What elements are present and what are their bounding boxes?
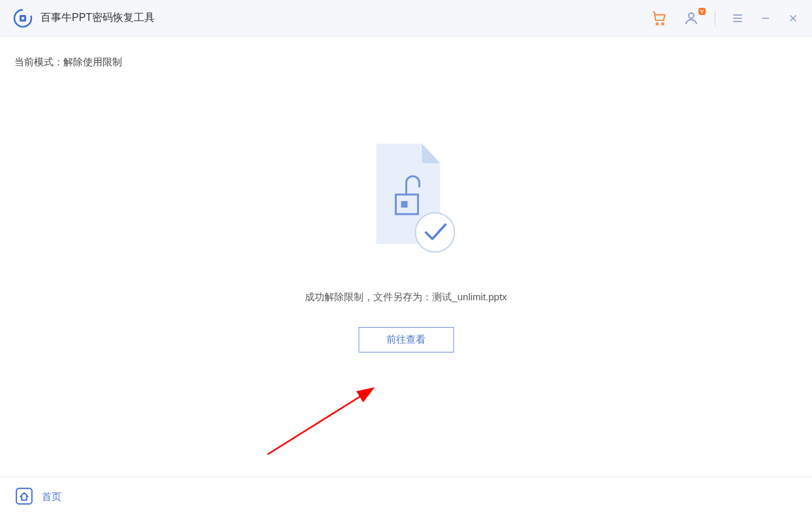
svg-point-6 — [689, 13, 694, 18]
user-icon[interactable]: V — [683, 10, 699, 26]
app-logo-icon — [13, 8, 33, 28]
go-view-button[interactable]: 前往查看 — [358, 327, 454, 352]
mode-label: 当前模式： — [14, 56, 63, 67]
titlebar-controls: V — [651, 10, 799, 27]
app-brand: 百事牛PPT密码恢复工具 — [13, 8, 155, 28]
footer: 首页 — [0, 477, 812, 517]
titlebar-divider — [715, 11, 715, 25]
svg-rect-3 — [22, 17, 24, 20]
cart-icon[interactable] — [651, 10, 668, 27]
mode-value: 解除使用限制 — [63, 56, 122, 67]
saved-filename: 测试_unlimit.pptx — [432, 291, 507, 302]
minimize-icon[interactable] — [760, 12, 772, 24]
menu-icon[interactable] — [731, 12, 744, 25]
result-panel: 成功解除限制，文件另存为：测试_unlimit.pptx 前往查看 — [305, 144, 507, 352]
svg-rect-14 — [401, 201, 407, 208]
document-success-icon — [367, 144, 445, 255]
svg-rect-17 — [16, 488, 32, 504]
vip-badge: V — [698, 8, 706, 15]
home-button[interactable]: 首页 — [14, 486, 61, 509]
svg-point-15 — [415, 213, 454, 252]
home-label: 首页 — [42, 491, 61, 503]
svg-point-4 — [656, 23, 658, 25]
success-prefix: 成功解除限制，文件另存为： — [305, 291, 432, 302]
svg-point-5 — [662, 23, 664, 25]
annotation-arrow-icon — [261, 383, 392, 480]
current-mode: 当前模式：解除使用限制 — [14, 56, 798, 69]
close-icon[interactable] — [787, 12, 799, 24]
svg-line-16 — [268, 389, 372, 454]
main-content: 当前模式：解除使用限制 成功解除限制，文件另存为：测试_unlimit.pptx… — [0, 37, 812, 477]
home-icon — [14, 486, 34, 509]
success-message: 成功解除限制，文件另存为：测试_unlimit.pptx — [305, 291, 507, 304]
app-title: 百事牛PPT密码恢复工具 — [40, 11, 155, 25]
titlebar: 百事牛PPT密码恢复工具 V — [0, 0, 812, 37]
